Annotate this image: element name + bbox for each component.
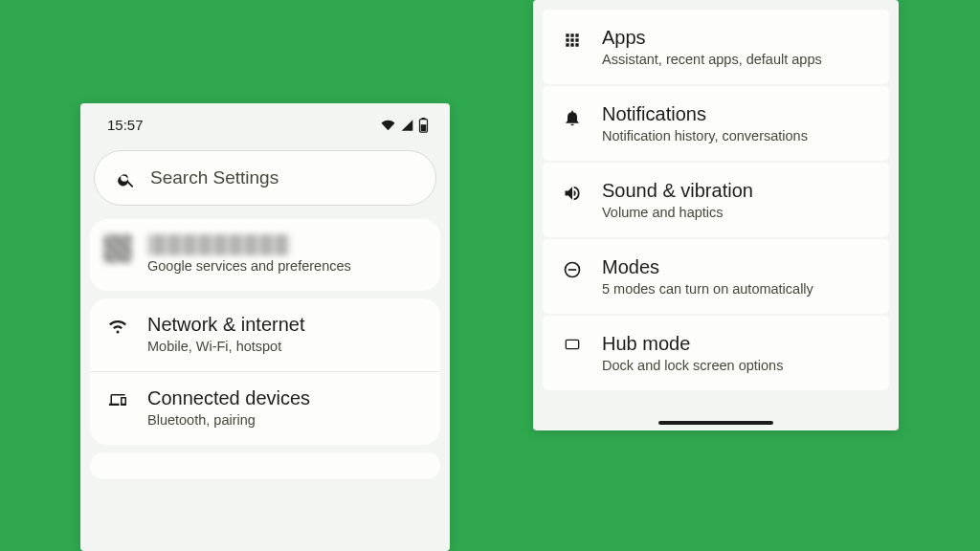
item-subtitle: Dock and lock screen options bbox=[602, 358, 783, 373]
item-subtitle: Assistant, recent apps, default apps bbox=[602, 52, 822, 67]
settings-item-notifications[interactable]: Notifications Notification history, conv… bbox=[543, 86, 889, 161]
wifi-icon bbox=[103, 314, 132, 335]
search-placeholder: Search Settings bbox=[150, 167, 278, 188]
dnd-icon bbox=[558, 256, 587, 279]
svg-rect-5 bbox=[566, 340, 578, 348]
search-icon bbox=[112, 166, 141, 189]
status-time: 15:57 bbox=[107, 117, 144, 133]
account-item[interactable]: Google services and preferences bbox=[90, 219, 440, 291]
item-title: Sound & vibration bbox=[602, 180, 753, 202]
devices-icon bbox=[103, 387, 132, 408]
item-subtitle: Notification history, conversations bbox=[602, 128, 808, 143]
settings-item-modes[interactable]: Modes 5 modes can turn on automatically bbox=[543, 239, 889, 314]
hub-icon bbox=[558, 333, 587, 352]
apps-icon bbox=[558, 27, 587, 50]
item-title: Hub mode bbox=[602, 333, 783, 355]
gesture-nav-handle[interactable] bbox=[658, 421, 773, 425]
item-subtitle: 5 modes can turn on automatically bbox=[602, 281, 813, 297]
item-title: Modes bbox=[602, 256, 813, 278]
svg-rect-1 bbox=[422, 118, 426, 120]
account-subtitle: Google services and preferences bbox=[147, 258, 351, 274]
settings-item-hub-mode[interactable]: Hub mode Dock and lock screen options bbox=[543, 316, 889, 390]
bell-icon bbox=[558, 103, 587, 128]
item-subtitle: Bluetooth, pairing bbox=[147, 412, 310, 428]
wifi-status-icon bbox=[380, 119, 396, 132]
status-bar: 15:57 bbox=[80, 103, 450, 143]
item-title: Connected devices bbox=[147, 387, 310, 409]
signal-status-icon bbox=[400, 119, 414, 132]
settings-screen-bottom: Apps Assistant, recent apps, default app… bbox=[533, 0, 899, 430]
item-title: Notifications bbox=[602, 103, 808, 125]
status-icons bbox=[380, 118, 429, 133]
item-subtitle: Volume and haptics bbox=[602, 205, 753, 220]
item-subtitle: Mobile, Wi-Fi, hotspot bbox=[147, 339, 305, 354]
account-name-redacted bbox=[147, 234, 289, 255]
item-title: Apps bbox=[602, 27, 822, 49]
avatar bbox=[103, 234, 132, 263]
item-title: Network & internet bbox=[147, 314, 305, 336]
settings-item-apps[interactable]: Apps Assistant, recent apps, default app… bbox=[543, 10, 889, 84]
settings-item-connected-devices[interactable]: Connected devices Bluetooth, pairing bbox=[90, 371, 440, 445]
settings-item-network[interactable]: Network & internet Mobile, Wi-Fi, hotspo… bbox=[90, 298, 440, 371]
svg-rect-4 bbox=[568, 269, 576, 271]
battery-status-icon bbox=[418, 118, 429, 133]
settings-item-sound[interactable]: Sound & vibration Volume and haptics bbox=[543, 163, 889, 237]
settings-screen-top: 15:57 Search Settings Google servic bbox=[80, 103, 450, 551]
search-settings-input[interactable]: Search Settings bbox=[94, 150, 436, 206]
svg-rect-2 bbox=[421, 124, 427, 131]
volume-icon bbox=[558, 180, 587, 203]
